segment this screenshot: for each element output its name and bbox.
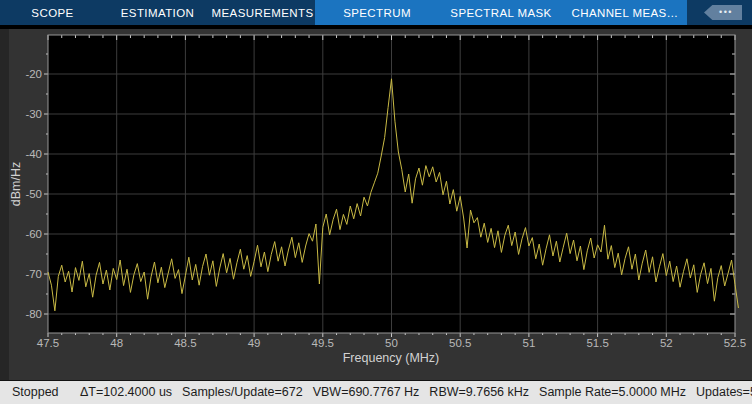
ellipsis-icon: ••• xyxy=(713,8,733,17)
y-tick-label: -50 xyxy=(25,188,42,200)
x-tick-label: 49 xyxy=(248,337,261,349)
run-status-text: Stopped xyxy=(12,385,59,399)
toolbar-end: ••• xyxy=(687,0,752,25)
x-tick-label: 48 xyxy=(110,337,123,349)
y-tick-label: -60 xyxy=(25,228,42,240)
status-rbw: RBW=9.7656 kHz xyxy=(429,385,529,399)
y-tick-label: -30 xyxy=(25,108,42,120)
x-tick-label: 48.5 xyxy=(174,337,196,349)
x-tick-label: 47.5 xyxy=(37,337,59,349)
y-tick-label: -80 xyxy=(25,308,42,320)
x-tick-label: 52 xyxy=(660,337,673,349)
x-tick-label: 52.5 xyxy=(724,337,746,349)
y-tick-label: -20 xyxy=(25,68,42,80)
panel-left-edge xyxy=(0,29,9,380)
x-tick-label: 51 xyxy=(522,337,535,349)
x-tick-label: 50.5 xyxy=(449,337,471,349)
x-tick-label: 51.5 xyxy=(586,337,608,349)
spectrum-analyzer-window: SCOPE ESTIMATION MEASUREMENTS SPECTRUM S… xyxy=(0,0,752,404)
toolstrip: SCOPE ESTIMATION MEASUREMENTS SPECTRUM S… xyxy=(0,0,752,25)
x-tick-label: 49.5 xyxy=(312,337,334,349)
y-axis-title: dBm/Hz xyxy=(9,162,23,206)
toolstrip-overflow-button[interactable]: ••• xyxy=(704,5,742,20)
y-tick-label: -40 xyxy=(25,148,42,160)
status-bar: Stopped ΔT=102.4000 us Samples/Update=67… xyxy=(0,380,752,404)
tab-scope[interactable]: SCOPE xyxy=(0,0,105,25)
tab-spectrum[interactable]: SPECTRUM xyxy=(315,0,439,25)
tab-spectral-mask[interactable]: SPECTRAL MASK xyxy=(439,0,563,25)
tab-measurements[interactable]: MEASUREMENTS xyxy=(210,0,315,25)
status-samples-per-update: Samples/Update=672 xyxy=(182,385,303,399)
status-vbw: VBW=690.7767 Hz xyxy=(313,385,420,399)
tab-group-standard: SCOPE ESTIMATION MEASUREMENTS xyxy=(0,0,315,25)
status-metrics: ΔT=102.4000 us Samples/Update=672 VBW=69… xyxy=(80,385,752,399)
x-axis-title: Frequency (MHz) xyxy=(343,351,440,365)
spectrum-plot[interactable] xyxy=(40,31,744,343)
y-tick-label: -70 xyxy=(25,268,42,280)
tab-estimation[interactable]: ESTIMATION xyxy=(105,0,210,25)
status-sample-rate: Sample Rate=5.0000 MHz xyxy=(539,385,686,399)
status-updates: Updates=5 xyxy=(696,385,752,399)
status-delta-t: ΔT=102.4000 us xyxy=(80,385,172,399)
x-tick-label: 50 xyxy=(385,337,398,349)
tab-group-contextual: SPECTRUM SPECTRAL MASK CHANNEL MEAS… xyxy=(315,0,687,25)
tab-channel-measurements[interactable]: CHANNEL MEAS… xyxy=(563,0,687,25)
